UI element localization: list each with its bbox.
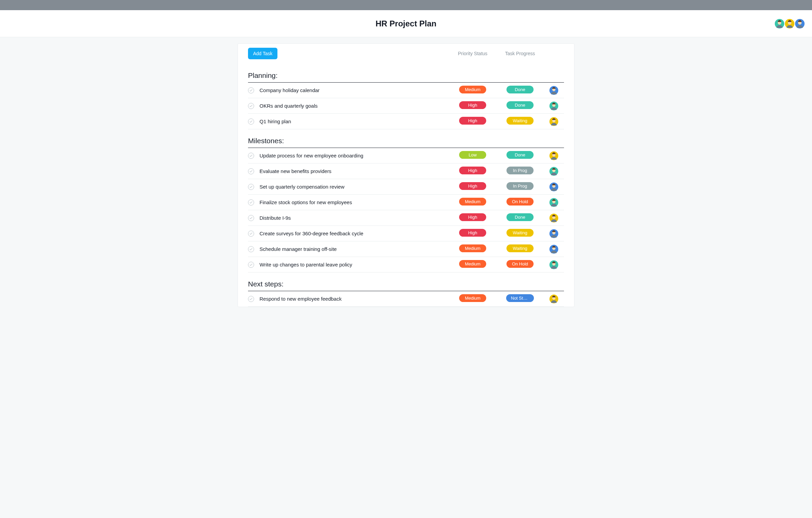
task-row[interactable]: Respond to new employee feedbackMediumNo… xyxy=(248,291,564,307)
task-row[interactable]: Finalize stock options for new employees… xyxy=(248,195,564,210)
assignee-avatar[interactable] xyxy=(549,260,558,269)
task-row[interactable]: Q1 hiring planHighWaiting xyxy=(248,114,564,129)
progress-pill[interactable]: Done xyxy=(506,86,534,93)
progress-cell[interactable]: Done xyxy=(496,213,544,222)
progress-cell[interactable]: In Prog xyxy=(496,182,544,191)
assignee-avatar[interactable] xyxy=(549,102,558,110)
assignee-avatar[interactable] xyxy=(549,295,558,303)
progress-pill[interactable]: Not Star... xyxy=(506,294,534,302)
task-row[interactable]: OKRs and quarterly goalsHighDone xyxy=(248,98,564,114)
task-row[interactable]: Update process for new employee onboardi… xyxy=(248,148,564,164)
priority-pill[interactable]: High xyxy=(459,101,486,109)
priority-cell[interactable]: Medium xyxy=(449,86,496,95)
task-row[interactable]: Create surveys for 360-degree feedback c… xyxy=(248,226,564,241)
task-name[interactable]: Update process for new employee onboardi… xyxy=(260,153,449,158)
complete-check-icon[interactable] xyxy=(248,118,254,125)
priority-pill[interactable]: High xyxy=(459,167,486,174)
progress-pill[interactable]: Done xyxy=(506,213,534,221)
complete-check-icon[interactable] xyxy=(248,246,254,252)
member-avatar[interactable] xyxy=(784,18,795,29)
assignee-cell[interactable] xyxy=(544,295,564,303)
task-name[interactable]: Create surveys for 360-degree feedback c… xyxy=(260,231,449,236)
task-name[interactable]: Distribute I-9s xyxy=(260,215,449,221)
complete-check-icon[interactable] xyxy=(248,168,254,174)
assignee-avatar[interactable] xyxy=(549,86,558,95)
priority-pill[interactable]: Medium xyxy=(459,244,486,252)
priority-cell[interactable]: High xyxy=(449,182,496,191)
task-row[interactable]: Distribute I-9sHighDone xyxy=(248,210,564,226)
assignee-cell[interactable] xyxy=(544,198,564,207)
assignee-cell[interactable] xyxy=(544,260,564,269)
progress-pill[interactable]: On Hold xyxy=(506,198,534,206)
progress-cell[interactable]: Waiting xyxy=(496,244,544,254)
progress-cell[interactable]: Done xyxy=(496,101,544,110)
assignee-avatar[interactable] xyxy=(549,117,558,126)
assignee-cell[interactable] xyxy=(544,245,564,254)
priority-pill[interactable]: Low xyxy=(459,151,486,159)
priority-cell[interactable]: Medium xyxy=(449,198,496,207)
progress-pill[interactable]: Waiting xyxy=(506,244,534,252)
assignee-avatar[interactable] xyxy=(549,167,558,176)
priority-pill[interactable]: Medium xyxy=(459,294,486,302)
complete-check-icon[interactable] xyxy=(248,153,254,159)
complete-check-icon[interactable] xyxy=(248,231,254,237)
priority-cell[interactable]: Medium xyxy=(449,244,496,254)
task-name[interactable]: Company holiday calendar xyxy=(260,87,449,93)
task-row[interactable]: Company holiday calendarMediumDone xyxy=(248,83,564,98)
task-row[interactable]: Evaluate new benefits providersHighIn Pr… xyxy=(248,164,564,179)
progress-cell[interactable]: Waiting xyxy=(496,229,544,238)
progress-pill[interactable]: On Hold xyxy=(506,260,534,268)
priority-pill[interactable]: High xyxy=(459,117,486,125)
priority-pill[interactable]: Medium xyxy=(459,260,486,268)
task-name[interactable]: Schedule manager training off-site xyxy=(260,246,449,252)
project-members[interactable] xyxy=(776,18,805,29)
assignee-cell[interactable] xyxy=(544,151,564,160)
progress-cell[interactable]: Not Star... xyxy=(496,294,544,303)
progress-cell[interactable]: Done xyxy=(496,86,544,95)
complete-check-icon[interactable] xyxy=(248,87,254,93)
progress-cell[interactable]: Waiting xyxy=(496,117,544,126)
priority-cell[interactable]: Low xyxy=(449,151,496,160)
priority-cell[interactable]: Medium xyxy=(449,260,496,269)
task-row[interactable]: Set up quarterly compensation reviewHigh… xyxy=(248,179,564,195)
complete-check-icon[interactable] xyxy=(248,103,254,109)
priority-pill[interactable]: High xyxy=(459,229,486,237)
priority-pill[interactable]: Medium xyxy=(459,86,486,93)
task-row[interactable]: Schedule manager training off-siteMedium… xyxy=(248,241,564,257)
priority-cell[interactable]: Medium xyxy=(449,294,496,303)
priority-cell[interactable]: High xyxy=(449,229,496,238)
assignee-cell[interactable] xyxy=(544,229,564,238)
assignee-avatar[interactable] xyxy=(549,151,558,160)
progress-pill[interactable]: Waiting xyxy=(506,117,534,125)
task-name[interactable]: Write up changes to parental leave polic… xyxy=(260,262,449,267)
progress-pill[interactable]: Done xyxy=(506,101,534,109)
priority-cell[interactable]: High xyxy=(449,213,496,222)
task-name[interactable]: Q1 hiring plan xyxy=(260,118,449,124)
priority-cell[interactable]: High xyxy=(449,117,496,126)
complete-check-icon[interactable] xyxy=(248,184,254,190)
assignee-cell[interactable] xyxy=(544,86,564,95)
priority-pill[interactable]: High xyxy=(459,213,486,221)
section-title[interactable]: Next steps: xyxy=(248,273,564,291)
progress-pill[interactable]: Waiting xyxy=(506,229,534,237)
priority-pill[interactable]: High xyxy=(459,182,486,190)
task-name[interactable]: Respond to new employee feedback xyxy=(260,296,449,302)
assignee-cell[interactable] xyxy=(544,182,564,191)
task-name[interactable]: OKRs and quarterly goals xyxy=(260,103,449,109)
task-name[interactable]: Set up quarterly compensation review xyxy=(260,184,449,190)
assignee-cell[interactable] xyxy=(544,214,564,222)
complete-check-icon[interactable] xyxy=(248,215,254,221)
complete-check-icon[interactable] xyxy=(248,262,254,268)
task-row[interactable]: Write up changes to parental leave polic… xyxy=(248,257,564,273)
assignee-cell[interactable] xyxy=(544,102,564,110)
priority-cell[interactable]: High xyxy=(449,167,496,176)
priority-cell[interactable]: High xyxy=(449,101,496,110)
task-name[interactable]: Finalize stock options for new employees xyxy=(260,199,449,205)
col-header-progress[interactable]: Task Progress xyxy=(496,51,544,56)
progress-cell[interactable]: On Hold xyxy=(496,260,544,269)
progress-cell[interactable]: On Hold xyxy=(496,198,544,207)
priority-pill[interactable]: Medium xyxy=(459,198,486,206)
assignee-avatar[interactable] xyxy=(549,214,558,222)
assignee-avatar[interactable] xyxy=(549,198,558,207)
progress-pill[interactable]: In Prog xyxy=(506,167,534,174)
